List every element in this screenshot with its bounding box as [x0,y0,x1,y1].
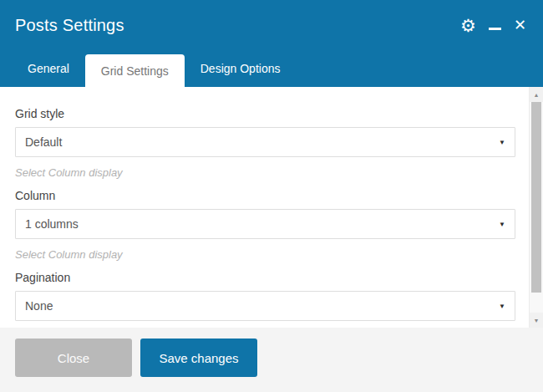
column-label: Column [15,189,515,202]
close-button[interactable]: Close [15,339,132,377]
tab-general-label: General [28,62,69,75]
grid-style-select[interactable]: Default ▼ [15,127,515,157]
tab-design-options[interactable]: Design Options [185,50,297,87]
column-value: 1 columns [25,217,79,231]
pagination-select[interactable]: None ▼ [15,291,515,321]
column-select[interactable]: 1 columns ▼ [15,209,515,239]
scroll-down-icon[interactable]: ▼ [530,313,543,328]
scroll-up-icon[interactable]: ▲ [530,87,543,102]
tab-grid-settings-label: Grid Settings [101,64,169,78]
settings-panel: Grid style Default ▼ Select Column displ… [0,87,543,328]
column-help: Select Column display [15,248,515,261]
chevron-down-icon: ▼ [499,139,505,146]
modal-footer: Close Save changes [0,328,543,392]
grid-style-value: Default [25,135,62,149]
grid-style-help: Select Column display [15,166,515,179]
vertical-scrollbar[interactable]: ▲ ▼ [529,87,543,328]
header-icons: ⚙ ✕ [460,17,526,34]
scrollbar-thumb[interactable] [531,102,541,293]
tab-design-options-label: Design Options [200,62,281,75]
tab-general[interactable]: General [12,50,85,87]
page-title: Posts Settings [15,16,124,35]
tab-bar: General Grid Settings Design Options [0,50,543,87]
modal-header: Posts Settings ⚙ ✕ [0,0,543,50]
gear-icon[interactable]: ⚙ [460,17,476,34]
tab-grid-settings[interactable]: Grid Settings [85,54,185,87]
pagination-label: Pagination [15,271,515,284]
pagination-value: None [25,299,53,313]
grid-style-label: Grid style [15,107,515,120]
chevron-down-icon: ▼ [499,303,505,310]
chevron-down-icon: ▼ [499,221,505,228]
save-changes-button[interactable]: Save changes [140,339,257,377]
minimize-icon[interactable] [489,28,501,30]
close-icon[interactable]: ✕ [514,18,526,33]
